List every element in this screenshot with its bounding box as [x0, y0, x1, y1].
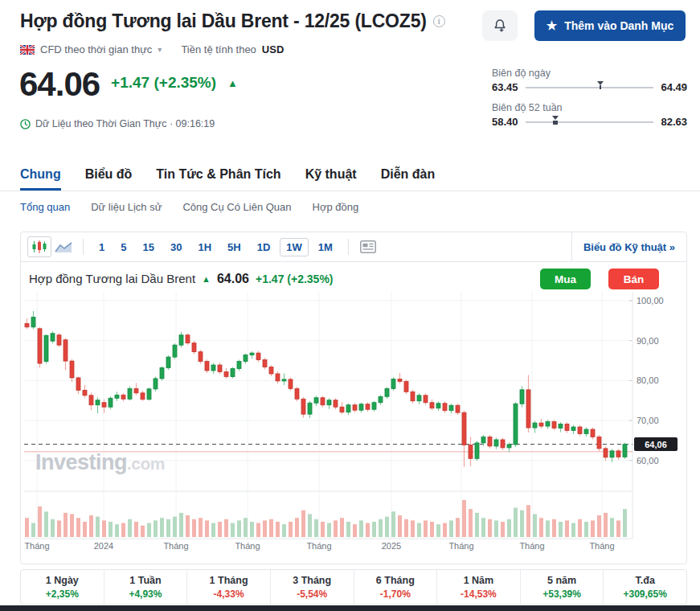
instrument-meta: CFD theo thời gian thực ▾ Tiền tệ tính t…: [20, 43, 284, 55]
create-alert-button[interactable]: [482, 10, 518, 41]
tab-ky-thuat[interactable]: Kỹ thuật: [305, 159, 357, 191]
timeframe-30[interactable]: 30: [164, 238, 188, 256]
timeframe-15[interactable]: 15: [136, 238, 160, 256]
svg-text:100,00: 100,00: [637, 296, 664, 306]
timeframe-list: 1515301H5H1D1W1M: [91, 238, 341, 256]
performance-period-label: T.đa: [636, 575, 655, 586]
performance-period-label: 1 Tháng: [210, 575, 248, 586]
svg-text:Tháng: Tháng: [448, 541, 473, 551]
range-panel: Biên độ ngày 63.45 64.49 Biên độ 52 tuần…: [492, 68, 687, 137]
timeframe-1d[interactable]: 1D: [251, 238, 277, 256]
watermark: Investing.com: [35, 450, 165, 474]
day-range-low: 63.45: [492, 81, 518, 93]
performance-value: -1,70%: [380, 588, 411, 600]
chart-last-price: 64.06: [217, 272, 249, 286]
chart-region: Hợp đồng Tương lai Dầu Brent ▲ 64.06 +1.…: [21, 262, 686, 564]
timeframe-1w[interactable]: 1W: [280, 238, 309, 256]
last-price: 64.06: [19, 68, 100, 101]
svg-text:80,00: 80,00: [637, 375, 659, 385]
subtab-tong-quan[interactable]: Tổng quan: [20, 201, 70, 213]
area-chart-button[interactable]: [51, 236, 76, 257]
area-chart-icon: [55, 241, 72, 253]
technical-chart-link[interactable]: Biểu đồ Kỹ thuật »: [583, 241, 675, 253]
buy-button[interactable]: Mua: [540, 269, 591, 289]
performance-value: +2,35%: [46, 588, 79, 600]
performance-value: -14,53%: [461, 588, 497, 600]
uk-flag-icon: [20, 45, 35, 55]
candlestick-chart-button[interactable]: [27, 236, 51, 257]
week52-range-slider: 58.40 82.63: [492, 116, 687, 128]
market-type-label[interactable]: CFD theo thời gian thực: [40, 43, 152, 55]
tab-chung[interactable]: Chung: [20, 159, 61, 191]
svg-text:90,00: 90,00: [637, 336, 659, 346]
performance-period-label: 3 Tháng: [293, 575, 331, 586]
performance-cell: 1 Năm-14,53%: [436, 570, 520, 604]
chart-grid: Tháng2024ThángThángTháng2025ThángThángTh…: [24, 292, 664, 551]
main-tabs-bar: ChungBiểu đồTin Tức & Phân TíchKỹ thuậtD…: [0, 159, 700, 191]
tab-bieu-do[interactable]: Biểu đồ: [85, 159, 133, 191]
week52-range-high: 82.63: [661, 116, 687, 128]
week52-range-label: Biên độ 52 tuần: [492, 102, 687, 113]
subtab-cong-cu-co-lien-quan[interactable]: Công Cụ Có Liên Quan: [182, 201, 291, 213]
performance-value: +53,39%: [542, 588, 581, 600]
chart-header: Hợp đồng Tương lai Dầu Brent ▲ 64.06 +1.…: [29, 268, 678, 289]
timeframe-5[interactable]: 5: [114, 238, 133, 256]
performance-value: -4,33%: [214, 588, 244, 600]
chart-toolbar: 1515301H5H1D1W1M Biểu đồ Kỹ thuật »: [21, 232, 686, 262]
page-footer-bar: [0, 605, 700, 611]
svg-text:Tháng: Tháng: [306, 541, 331, 551]
performance-cell: 1 Tháng-4,33%: [186, 570, 270, 604]
instrument-page: Hợp đồng Tương lai Dầu Brent - 12/25 (LC…: [0, 0, 700, 611]
performance-cell: 3 Tháng-5,54%: [270, 570, 354, 604]
svg-text:Tháng: Tháng: [235, 541, 260, 551]
chart-title: Hợp đồng Tương lai Dầu Brent: [29, 272, 195, 285]
quote: 64.06 +1.47 (+2.35%) ▲: [19, 68, 238, 101]
chart-card: 1515301H5H1D1W1M Biểu đồ Kỹ thuật » Hợp …: [20, 232, 687, 564]
svg-text:2025: 2025: [382, 541, 401, 551]
day-range-marker: [597, 81, 604, 89]
price-change: +1.47 (+2.35%): [111, 74, 216, 92]
performance-period-label: 1 Ngày: [46, 575, 79, 586]
performance-period-label: 6 Tháng: [376, 575, 415, 586]
performance-strip: 1 Ngày+2,35%1 Tuần+4,93%1 Tháng-4,33%3 T…: [20, 569, 687, 605]
bell-plus-icon: [492, 18, 508, 34]
last-price-tag: 64,06: [634, 437, 677, 451]
subtab-du-lieu-lich-su[interactable]: Dữ liệu Lịch sử: [91, 201, 162, 213]
sell-button[interactable]: Bán: [608, 269, 659, 289]
performance-cell: T.đa+309,65%: [603, 570, 686, 604]
candlestick-series: [25, 311, 627, 467]
timeframe-5h[interactable]: 5H: [221, 238, 248, 256]
week52-range-low: 58.40: [492, 116, 518, 128]
day-range-label: Biên độ ngày: [492, 68, 687, 79]
svg-text:Tháng: Tháng: [163, 541, 188, 551]
svg-text:60,00: 60,00: [637, 456, 659, 465]
performance-value: -5,54%: [297, 588, 327, 600]
performance-value: +4,93%: [129, 588, 162, 600]
realtime-status: Dữ Liệu theo Thời Gian Thực · 09:16:19: [20, 118, 215, 129]
chevron-down-icon[interactable]: ▾: [158, 45, 162, 54]
page-title: Hợp đồng Tương lai Dầu Brent - 12/25 (LC…: [20, 10, 427, 32]
news-panel-button[interactable]: [356, 236, 380, 257]
svg-text:70,00: 70,00: [637, 416, 659, 425]
page-header: Hợp đồng Tương lai Dầu Brent - 12/25 (LC…: [20, 10, 445, 32]
performance-period-label: 1 Tuần: [129, 575, 161, 586]
performance-value: +309,65%: [623, 588, 666, 600]
tab-tin-tuc-phan-tich[interactable]: Tin Tức & Phân Tích: [156, 159, 280, 191]
timeframe-1m[interactable]: 1M: [312, 238, 339, 256]
day-range-high: 64.49: [661, 81, 687, 93]
timeframe-1[interactable]: 1: [92, 238, 111, 256]
info-icon[interactable]: i: [433, 15, 445, 27]
chart-up-arrow-icon: ▲: [202, 274, 211, 284]
svg-text:Tháng: Tháng: [519, 541, 544, 551]
timeframe-1h[interactable]: 1H: [191, 238, 218, 256]
subtab-hop-dong[interactable]: Hợp đồng: [313, 201, 359, 213]
tab-dien-dan[interactable]: Diễn đàn: [381, 159, 436, 191]
performance-period-label: 1 Năm: [464, 575, 494, 586]
performance-cell: 1 Ngày+2,35%: [21, 570, 104, 604]
candlestick-icon: [31, 240, 47, 254]
performance-period-label: 5 năm: [547, 575, 576, 586]
price-chart[interactable]: Tháng2024ThángThángTháng2025ThángThángTh…: [21, 262, 686, 564]
performance-cell: 5 năm+53,39%: [520, 570, 604, 604]
performance-cell: 6 Tháng-1,70%: [354, 570, 437, 604]
add-to-watchlist-button[interactable]: ★ Thêm vào Danh Mục: [534, 10, 686, 41]
